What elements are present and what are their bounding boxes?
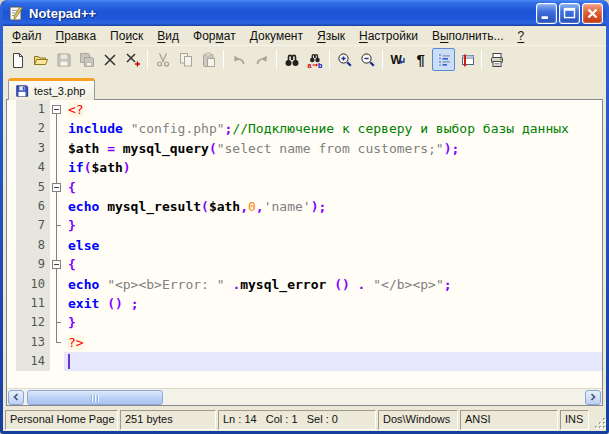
- find-icon[interactable]: [280, 48, 303, 71]
- show-all-characters-icon[interactable]: ¶: [409, 48, 432, 71]
- token-plain: [99, 199, 107, 214]
- menu-item-settings[interactable]: Настройки: [352, 28, 425, 44]
- scroll-thumb[interactable]: [27, 390, 163, 405]
- replace-icon[interactable]: ab: [303, 48, 326, 71]
- code-line-11[interactable]: 11exit () ;: [7, 294, 602, 313]
- menu-item-help[interactable]: ?: [511, 28, 532, 44]
- code-line-2[interactable]: 2include "config.php";//Подключение к се…: [7, 119, 602, 138]
- token-plain: [99, 141, 107, 156]
- redo-icon: [250, 48, 273, 71]
- code-line-6[interactable]: 6echo mysql_result($ath,0,'name');: [7, 197, 602, 216]
- minimize-button[interactable]: [536, 3, 557, 24]
- scroll-right-arrow[interactable]: [585, 390, 601, 405]
- code-line-1[interactable]: 1<?: [7, 100, 602, 119]
- scroll-track[interactable]: [25, 390, 584, 405]
- window-controls: [536, 3, 603, 24]
- token-op: }: [68, 315, 76, 330]
- text-caret: [68, 354, 70, 369]
- code-line-8[interactable]: 8else: [7, 236, 602, 255]
- token-keyword: if: [68, 160, 84, 175]
- doc-switcher-icon[interactable]: [455, 48, 478, 71]
- fold-collapse-box[interactable]: [52, 260, 61, 269]
- token-op: ;: [444, 277, 452, 292]
- code-text: $ath = mysql_query("select name from cus…: [64, 139, 602, 158]
- token-ident: mysql_query: [123, 141, 209, 156]
- menu-item-document[interactable]: Документ: [243, 28, 310, 44]
- token-plain: [350, 277, 358, 292]
- line-number: 11: [16, 294, 50, 313]
- saved-file-floppy-icon: [15, 84, 29, 98]
- code-line-10[interactable]: 10echo "<p><b>Error: " .mysql_error () .…: [7, 275, 602, 294]
- bookmark-margin: [7, 119, 16, 138]
- token-number: 0: [248, 199, 256, 214]
- fold-collapse-box[interactable]: [52, 105, 61, 114]
- close-file-icon[interactable]: [98, 48, 121, 71]
- window-title: Notepad++: [29, 6, 532, 21]
- bookmark-margin: [7, 333, 16, 352]
- code-line-14[interactable]: 14: [7, 352, 602, 371]
- resize-grip[interactable]: [591, 410, 607, 430]
- fold-margin: [50, 313, 64, 332]
- scroll-left-arrow[interactable]: [8, 390, 24, 405]
- line-number: 13: [16, 333, 50, 352]
- fold-margin: [50, 294, 64, 313]
- token-keyword: echo: [68, 199, 99, 214]
- print-icon[interactable]: [485, 48, 508, 71]
- bookmark-margin: [7, 313, 16, 332]
- code-line-5[interactable]: 5{: [7, 178, 602, 197]
- line-number: 1: [16, 100, 50, 119]
- toolbar: abW¶: [3, 45, 606, 73]
- code-line-9[interactable]: 9{: [7, 255, 602, 274]
- line-number: 3: [16, 139, 50, 158]
- svg-text:W: W: [390, 52, 402, 66]
- close-all-icon[interactable]: [121, 48, 144, 71]
- token-op: (): [107, 296, 123, 311]
- fold-margin: [50, 275, 64, 294]
- zoom-out-icon[interactable]: [356, 48, 379, 71]
- new-file-icon[interactable]: [6, 48, 29, 71]
- menu-item-search[interactable]: Поиск: [103, 28, 150, 44]
- bookmark-margin: [7, 294, 16, 313]
- fold-margin: [50, 178, 64, 197]
- line-number: 7: [16, 216, 50, 235]
- code-line-7[interactable]: 7}: [7, 216, 602, 235]
- code-line-3[interactable]: 3$ath = mysql_query("select name from cu…: [7, 139, 602, 158]
- code-text: exit () ;: [64, 294, 602, 313]
- token-ident: $ath: [209, 199, 240, 214]
- zoom-in-icon[interactable]: [333, 48, 356, 71]
- token-plain: [326, 277, 334, 292]
- token-ident: $ath: [91, 160, 122, 175]
- fold-margin: [50, 255, 64, 274]
- token-keyword: else: [68, 238, 99, 253]
- menu-item-file[interactable]: Файл: [5, 28, 49, 44]
- menu-item-edit[interactable]: Правка: [49, 28, 104, 44]
- status-doc-type: Personal Home Page language: [5, 410, 118, 430]
- menu-item-view[interactable]: Вид: [150, 28, 186, 44]
- maximize-button[interactable]: [559, 3, 580, 24]
- word-wrap-icon[interactable]: W: [386, 48, 409, 71]
- token-keyword: exit: [68, 296, 99, 311]
- bookmark-margin: [7, 216, 16, 235]
- toolbar-separator: [481, 50, 482, 69]
- menu-item-format[interactable]: Формат: [186, 28, 243, 44]
- code-line-12[interactable]: 12}: [7, 313, 602, 332]
- indent-guide-icon[interactable]: [432, 48, 455, 71]
- horizontal-scrollbar[interactable]: [7, 388, 602, 405]
- code-area[interactable]: 1<?2include "config.php";//Подключение к…: [7, 100, 602, 388]
- tab-test_3-php[interactable]: test_3.php: [8, 78, 95, 100]
- line-number: 4: [16, 158, 50, 177]
- paste-icon: [197, 48, 220, 71]
- fold-margin: [50, 333, 64, 352]
- menu-item-language[interactable]: Язык: [310, 28, 352, 44]
- menu-item-run[interactable]: Выполнить...: [425, 28, 511, 44]
- code-text: <?: [64, 100, 602, 119]
- open-file-icon[interactable]: [29, 48, 52, 71]
- token-string: "select name from customers;": [217, 141, 444, 156]
- close-button[interactable]: [582, 3, 603, 24]
- token-plain: [115, 141, 123, 156]
- titlebar[interactable]: Notepad++: [3, 0, 606, 26]
- token-plain: [123, 296, 131, 311]
- fold-collapse-box[interactable]: [52, 183, 61, 192]
- code-line-13[interactable]: 13?>: [7, 333, 602, 352]
- code-line-4[interactable]: 4if($ath): [7, 158, 602, 177]
